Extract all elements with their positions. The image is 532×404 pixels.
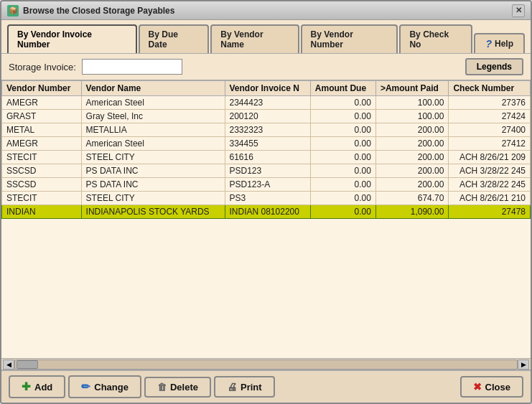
cell-8-0: INDIAN bbox=[2, 205, 82, 219]
toolbar: Storage Invoice: Legends bbox=[1, 53, 531, 80]
cell-1-0: GRAST bbox=[2, 110, 82, 123]
cell-7-2: PS3 bbox=[225, 192, 310, 205]
table-row[interactable]: SSCSDPS DATA INCPSD123-A0.00200.00ACH 3/… bbox=[2, 178, 531, 192]
add-label: Add bbox=[34, 382, 52, 393]
cell-4-0: STECIT bbox=[2, 151, 82, 164]
cell-2-3: 0.00 bbox=[310, 123, 375, 137]
cell-3-5: 27412 bbox=[449, 137, 531, 151]
legends-button[interactable]: Legends bbox=[465, 58, 523, 75]
col-amount-paid: >Amount Paid bbox=[375, 81, 449, 96]
help-label: Help bbox=[495, 39, 513, 49]
table-row[interactable]: AMEGRAmerican Steel3344550.00200.0027412 bbox=[2, 137, 531, 151]
cell-3-1: American Steel bbox=[81, 137, 225, 151]
title-bar: 📦 Browse the Closed Storage Payables ✕ bbox=[1, 1, 531, 20]
delete-label: Delete bbox=[170, 382, 198, 393]
cell-2-4: 200.00 bbox=[375, 123, 449, 137]
cell-4-3: 0.00 bbox=[310, 151, 375, 164]
cell-2-1: METALLIA bbox=[81, 123, 225, 137]
help-icon: ? bbox=[485, 38, 492, 50]
table-row[interactable]: STECITSTEEL CITY616160.00200.00ACH 8/26/… bbox=[2, 151, 531, 164]
cell-4-1: STEEL CITY bbox=[81, 151, 225, 164]
cell-5-1: PS DATA INC bbox=[81, 164, 225, 178]
table-row[interactable]: SSCSDPS DATA INCPSD1230.00200.00ACH 3/28… bbox=[2, 164, 531, 178]
tab-by-due-date[interactable]: By Due Date bbox=[139, 24, 210, 53]
data-table: Vendor Number Vendor Name Vendor Invoice… bbox=[1, 80, 531, 219]
cell-4-4: 200.00 bbox=[375, 151, 449, 164]
change-button[interactable]: ✏ Change bbox=[68, 375, 141, 398]
printer-icon: 🖨 bbox=[227, 381, 237, 393]
cell-4-5: ACH 8/26/21 209 bbox=[449, 151, 531, 164]
cell-1-3: 0.00 bbox=[310, 110, 375, 123]
cell-8-2: INDIAN 08102200 bbox=[225, 205, 310, 219]
window-close-button[interactable]: ✕ bbox=[512, 4, 525, 17]
data-table-area: Vendor Number Vendor Name Vendor Invoice… bbox=[1, 80, 531, 358]
add-button[interactable]: ✚ Add bbox=[9, 375, 65, 398]
table-row[interactable]: STECITSTEEL CITYPS30.00674.70ACH 8/26/21… bbox=[2, 192, 531, 205]
pencil-icon: ✏ bbox=[81, 380, 90, 393]
storage-invoice-label: Storage Invoice: bbox=[9, 62, 76, 72]
cell-5-5: ACH 3/28/22 245 bbox=[449, 164, 531, 178]
cell-1-5: 27424 bbox=[449, 110, 531, 123]
scroll-left-arrow[interactable]: ◀ bbox=[3, 360, 14, 370]
tab-by-vendor-invoice-number[interactable]: By Vendor Invoice Number bbox=[7, 24, 137, 53]
main-window: 📦 Browse the Closed Storage Payables ✕ B… bbox=[0, 0, 532, 404]
cell-6-1: PS DATA INC bbox=[81, 178, 225, 192]
tab-by-vendor-name[interactable]: By Vendor Name bbox=[210, 24, 299, 53]
cell-8-1: INDIANAPOLIS STOCK YARDS bbox=[81, 205, 225, 219]
cell-5-3: 0.00 bbox=[310, 164, 375, 178]
cell-3-3: 0.00 bbox=[310, 137, 375, 151]
scroll-right-arrow[interactable]: ▶ bbox=[518, 360, 529, 370]
cell-2-2: 2332323 bbox=[225, 123, 310, 137]
cell-7-0: STECIT bbox=[2, 192, 82, 205]
delete-button[interactable]: 🗑 Delete bbox=[144, 377, 211, 398]
col-amount-due: Amount Due bbox=[310, 81, 375, 96]
print-button[interactable]: 🖨 Print bbox=[214, 376, 275, 398]
window-title: Browse the Closed Storage Payables bbox=[23, 6, 174, 16]
table-row[interactable]: METALMETALLIA23323230.00200.0027400 bbox=[2, 123, 531, 137]
cell-0-3: 0.00 bbox=[310, 96, 375, 110]
cell-3-4: 200.00 bbox=[375, 137, 449, 151]
col-vendor-name: Vendor Name bbox=[81, 81, 225, 96]
tabs-bar: By Vendor Invoice Number By Due Date By … bbox=[1, 20, 531, 53]
help-button[interactable]: ? Help bbox=[474, 33, 525, 53]
cell-3-2: 334455 bbox=[225, 137, 310, 151]
close-label: Close bbox=[485, 382, 510, 393]
scroll-track[interactable] bbox=[14, 360, 518, 370]
scroll-thumb[interactable] bbox=[17, 360, 38, 369]
table-row[interactable]: AMEGRAmerican Steel23444230.00100.002737… bbox=[2, 96, 531, 110]
cell-5-4: 200.00 bbox=[375, 164, 449, 178]
table-row[interactable]: INDIANINDIANAPOLIS STOCK YARDSINDIAN 081… bbox=[2, 205, 531, 219]
cell-6-0: SSCSD bbox=[2, 178, 82, 192]
cell-7-3: 0.00 bbox=[310, 192, 375, 205]
cell-8-5: 27478 bbox=[449, 205, 531, 219]
cell-2-5: 27400 bbox=[449, 123, 531, 137]
cell-6-2: PSD123-A bbox=[225, 178, 310, 192]
cell-2-0: METAL bbox=[2, 123, 82, 137]
cell-8-4: 1,090.00 bbox=[375, 205, 449, 219]
tab-by-vendor-number[interactable]: By Vendor Number bbox=[301, 24, 398, 53]
table-row[interactable]: GRASTGray Steel, Inc2001200.00100.002742… bbox=[2, 110, 531, 123]
bottom-toolbar: ✚ Add ✏ Change 🗑 Delete 🖨 Print ✖ Close bbox=[1, 370, 531, 403]
tab-by-check-no[interactable]: By Check No bbox=[399, 24, 472, 53]
cell-6-4: 200.00 bbox=[375, 178, 449, 192]
cell-5-2: PSD123 bbox=[225, 164, 310, 178]
close-button[interactable]: ✖ Close bbox=[460, 376, 523, 398]
horizontal-scrollbar[interactable]: ◀ ▶ bbox=[1, 358, 531, 370]
cell-0-1: American Steel bbox=[81, 96, 225, 110]
cell-7-5: ACH 8/26/21 210 bbox=[449, 192, 531, 205]
x-icon: ✖ bbox=[473, 381, 482, 393]
cell-1-4: 100.00 bbox=[375, 110, 449, 123]
cell-0-4: 100.00 bbox=[375, 96, 449, 110]
print-label: Print bbox=[241, 382, 262, 393]
table-header-row: Vendor Number Vendor Name Vendor Invoice… bbox=[2, 81, 531, 96]
cell-6-3: 0.00 bbox=[310, 178, 375, 192]
col-vendor-invoice-n: Vendor Invoice N bbox=[225, 81, 310, 96]
storage-invoice-input[interactable] bbox=[82, 59, 182, 75]
plus-icon: ✚ bbox=[22, 380, 31, 393]
title-bar-left: 📦 Browse the Closed Storage Payables bbox=[7, 5, 174, 17]
cell-5-0: SSCSD bbox=[2, 164, 82, 178]
cell-7-4: 674.70 bbox=[375, 192, 449, 205]
cell-1-2: 200120 bbox=[225, 110, 310, 123]
cell-1-1: Gray Steel, Inc bbox=[81, 110, 225, 123]
cell-3-0: AMEGR bbox=[2, 137, 82, 151]
